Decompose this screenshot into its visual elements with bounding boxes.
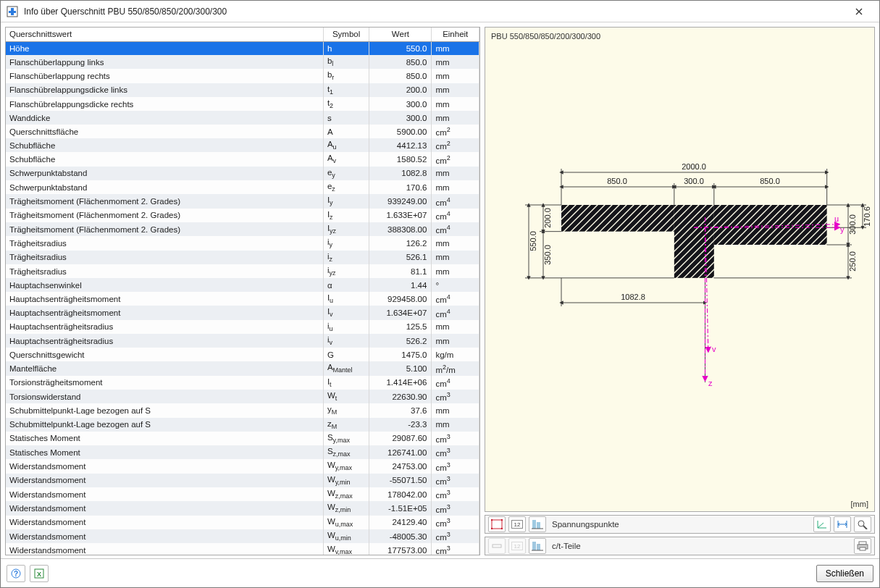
table-row[interactable]: HauptachsenträgheitsmomentIv1.634E+07cm4 (6, 306, 479, 319)
col-symbol[interactable]: Symbol (323, 28, 369, 41)
cell-value: 1475.0 (369, 348, 432, 361)
table-row[interactable]: WiderstandsmomentWy,min-55071.50cm3 (6, 474, 479, 487)
dim-ez: 170.6 (863, 206, 871, 227)
table-row[interactable]: Trägheitsradiusiz526.1mm (6, 251, 479, 264)
cell-unit: mm (432, 180, 479, 194)
axis-v: v (712, 345, 716, 353)
col-unit[interactable]: Einheit (432, 28, 479, 41)
table-row[interactable]: Hauptachsenwinkelα1.44° (6, 278, 479, 292)
col-name[interactable]: Querschnittswert (6, 28, 323, 41)
cell-value: 126.2 (369, 236, 432, 250)
svg-text:12: 12 (514, 521, 521, 528)
cell-name: Torsionswiderstand (6, 390, 323, 403)
cell-unit: cm3 (432, 516, 479, 529)
table-row[interactable]: Flanschüberlappung linksbl850.0mm (6, 55, 479, 69)
table-row[interactable]: Trägheitsmoment (Flächenmoment 2. Grades… (6, 222, 479, 236)
btn-ct-values-icon[interactable] (529, 538, 546, 554)
table-row[interactable]: Trägheitsradiusiyz81.1mm (6, 264, 479, 278)
btn-ct-num-icon[interactable]: 12 (508, 538, 526, 554)
cell-unit: mm (432, 97, 479, 111)
cell-unit: mm (432, 69, 479, 83)
btn-print-icon[interactable] (854, 538, 871, 554)
cell-unit: mm (432, 111, 479, 125)
table-row[interactable]: TorsionswiderstandWt22630.90cm3 (6, 390, 479, 403)
table-row[interactable]: WiderstandsmomentWy,max24753.00cm3 (6, 459, 479, 473)
btn-ct-frame-icon[interactable] (488, 538, 506, 554)
cell-name: Schwerpunktabstand (6, 167, 323, 180)
cell-value: 1.633E+07 (369, 209, 432, 222)
table-row[interactable]: Wanddickes300.0mm (6, 111, 479, 125)
cell-symbol: yM (323, 403, 369, 417)
cell-value: 850.0 (369, 69, 432, 83)
dialog-footer: ? X Schließen (1, 558, 879, 587)
btn-print-preview-icon[interactable] (854, 516, 871, 532)
axis-z: z (708, 379, 713, 387)
svg-rect-2 (11, 8, 14, 15)
cell-unit: ° (432, 278, 479, 292)
property-panel: Querschnittswert Symbol Wert Einheit Höh… (5, 27, 480, 555)
cell-unit: cm4 (432, 222, 479, 236)
table-row[interactable]: HauptachsenträgheitsmomentIu929458.00cm4 (6, 292, 479, 306)
table-row[interactable]: Flanschüberlappung rechtsbr850.0mm (6, 69, 479, 83)
cell-name: Trägheitsradius (6, 236, 323, 250)
table-row[interactable]: Trägheitsmoment (Flächenmoment 2. Grades… (6, 194, 479, 208)
cell-symbol: Iy (323, 194, 369, 208)
table-row[interactable]: MantelflächeAMantel5.100m2/m (6, 361, 479, 375)
cell-unit: mm (432, 167, 479, 180)
cell-name: Flanschüberlappung links (6, 55, 323, 69)
btn-dims-icon[interactable] (834, 516, 851, 532)
svg-rect-53 (859, 542, 866, 545)
table-row[interactable]: QuerschnittsgewichtG1475.0kg/m (6, 348, 479, 361)
help-button[interactable]: ? (7, 565, 25, 582)
svg-rect-4 (561, 205, 674, 232)
section-diagram[interactable]: PBU 550/850/850/200/300/300 [mm] (485, 27, 875, 512)
btn-sp-values-icon[interactable] (529, 516, 546, 532)
cell-unit: cm2 (432, 125, 479, 138)
table-row[interactable]: SchubflächeAv1580.52cm2 (6, 152, 479, 166)
btn-axis-icon[interactable] (813, 516, 831, 532)
table-row[interactable]: WiderstandsmomentWz,max178042.00cm3 (6, 487, 479, 501)
table-row[interactable]: Schubmittelpunkt-Lage bezogen auf SzM-23… (6, 418, 479, 432)
col-value[interactable]: Wert (369, 28, 432, 41)
table-row[interactable]: WiderstandsmomentWu,max24129.40cm3 (6, 516, 479, 529)
table-row[interactable]: Schwerpunktabstandey1082.8mm (6, 167, 479, 180)
window-close-icon[interactable] (845, 1, 873, 22)
table-row[interactable]: Statisches MomentSy,max29087.60cm3 (6, 432, 479, 445)
cell-unit: cm3 (432, 390, 479, 403)
table-row[interactable]: Trägheitsradiusiy126.2mm (6, 236, 479, 250)
svg-point-36 (491, 519, 493, 521)
property-table-scroll[interactable]: Querschnittswert Symbol Wert Einheit Höh… (6, 28, 479, 555)
btn-sp-frame-icon[interactable] (488, 516, 506, 532)
table-row[interactable]: Flanschübrelappungsdicke linkst1200.0mm (6, 83, 479, 97)
cell-name: Trägheitsradius (6, 251, 323, 264)
cell-unit: mm (432, 251, 479, 264)
export-excel-button[interactable]: X (30, 565, 49, 582)
table-row[interactable]: Statisches MomentSz,max126741.00cm3 (6, 445, 479, 459)
property-table-header[interactable]: Querschnittswert Symbol Wert Einheit (6, 28, 479, 41)
cell-value: 5900.00 (369, 125, 432, 138)
table-row[interactable]: Hauptachsenträgheitsradiusiu125.5mm (6, 320, 479, 334)
table-row[interactable]: Flanschübrelappungsdicke rechtst2300.0mm (6, 97, 479, 111)
table-row[interactable]: QuerschnittsflächeA5900.00cm2 (6, 125, 479, 138)
cell-name: Widerstandsmoment (6, 529, 323, 543)
table-row[interactable]: Trägheitsmoment (Flächenmoment 2. Grades… (6, 209, 479, 222)
table-row[interactable]: WiderstandsmomentWu,min-48005.30cm3 (6, 529, 479, 543)
cell-name: Trägheitsradius (6, 264, 323, 278)
btn-sp-num-icon[interactable]: 12 (508, 516, 526, 532)
svg-line-46 (863, 526, 867, 529)
table-row[interactable]: WiderstandsmomentWv,max177573.00cm3 (6, 543, 479, 555)
table-row[interactable]: Schwerpunktabstandez170.6mm (6, 180, 479, 194)
table-row[interactable]: SchubflächeAu4412.13cm2 (6, 138, 479, 152)
table-row[interactable]: TorsionsträgheitsmomentIt1.414E+06cm4 (6, 376, 479, 390)
cell-unit: kg/m (432, 348, 479, 361)
table-row[interactable]: WiderstandsmomentWz,min-1.51E+05cm3 (6, 501, 479, 515)
table-row[interactable]: Höheh550.0mm (6, 41, 479, 55)
cell-symbol: iu (323, 320, 369, 334)
svg-rect-5 (674, 205, 714, 278)
cell-value: 388308.00 (369, 222, 432, 236)
table-row[interactable]: Hauptachsenträgheitsradiusiv526.2mm (6, 334, 479, 348)
cell-symbol: h (323, 41, 369, 55)
table-row[interactable]: Schubmittelpunkt-Lage bezogen auf SyM37.… (6, 403, 479, 417)
close-button[interactable]: Schließen (816, 565, 873, 582)
cell-name: Hauptachsenträgheitsradius (6, 320, 323, 334)
